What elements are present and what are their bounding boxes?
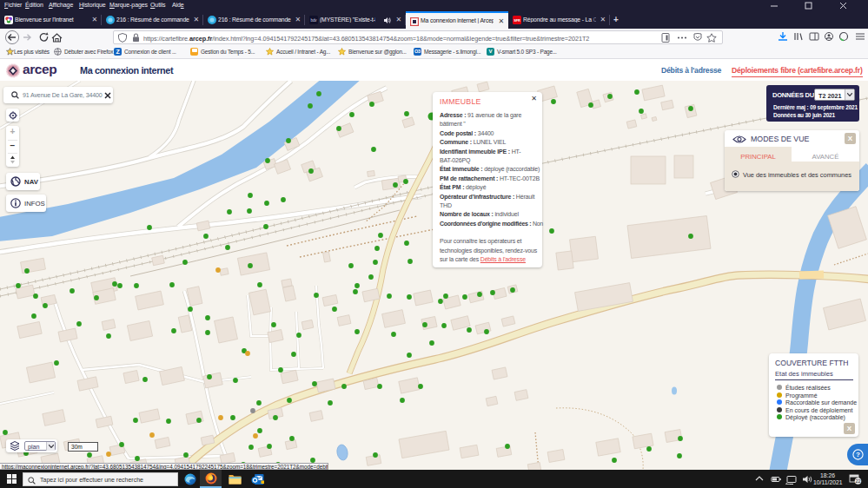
svg-text:SFR: SFR	[514, 18, 520, 23]
svg-text:?: ?	[856, 451, 860, 458]
svg-text:22: 22	[855, 478, 860, 484]
svg-text:bdv: bdv	[310, 18, 317, 23]
